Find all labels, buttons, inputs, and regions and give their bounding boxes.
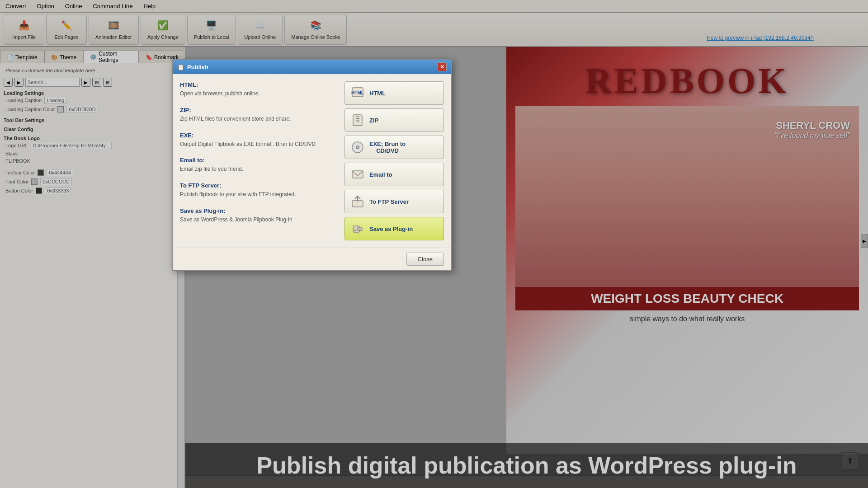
dialog-title-text: Publish: [187, 64, 208, 70]
dialog-overlay: 📋 Publish ✕ HTML: Open via browser, publ…: [0, 0, 868, 488]
plugin-desc-item: Save as Plug-in: Save as WordPress & Joo…: [180, 207, 337, 224]
ftp-desc-item: To FTP Server: Publish flipbook to your …: [180, 182, 337, 198]
svg-rect-5: [356, 120, 359, 122]
zip-desc-title: ZIP:: [180, 107, 337, 113]
exe-publish-label: EXE; Brun toCD/DVD: [369, 141, 406, 154]
email-desc-title: Email to:: [180, 157, 337, 164]
zip-publish-icon: [350, 113, 365, 127]
email-publish-label: Email to: [369, 171, 392, 178]
dialog-descriptions: HTML: Open via browser, publish online. …: [180, 81, 337, 240]
email-publish-icon: [350, 167, 365, 182]
html-desc-item: HTML: Open via browser, publish online.: [180, 81, 337, 98]
html-publish-button[interactable]: HTML HTML: [344, 81, 444, 105]
html-publish-icon: HTML: [350, 86, 365, 100]
svg-rect-4: [356, 118, 359, 119]
plugin-publish-button[interactable]: Save as Plug-in: [344, 217, 444, 240]
dialog-title-icon: 📋: [177, 64, 184, 70]
dialog-title: 📋 Publish: [177, 64, 208, 70]
plugin-desc-text: Save as WordPress & Joomla Flipbook Plug…: [180, 216, 337, 224]
plugin-desc-title: Save as Plug-in:: [180, 207, 337, 214]
dialog-footer: Close: [173, 248, 451, 270]
exe-desc-item: EXE: Output Digital Flipbook as EXE form…: [180, 132, 337, 148]
email-desc-item: Email to: Email zip file to you friend.: [180, 157, 337, 173]
zip-publish-label: ZIP: [369, 117, 378, 124]
zip-desc-item: ZIP: Zip HTML files for convenient store…: [180, 107, 337, 123]
html-publish-label: HTML: [369, 90, 386, 97]
plugin-publish-label: Save as Plug-in: [369, 225, 413, 232]
ftp-publish-label: To FTP Server: [369, 198, 409, 205]
html-desc-text: Open via browser, publish online.: [180, 90, 337, 98]
ftp-desc-title: To FTP Server:: [180, 182, 337, 189]
zip-desc-text: Zip HTML files for convenient store and …: [180, 115, 337, 123]
svg-point-8: [357, 146, 359, 148]
dialog-titlebar: 📋 Publish ✕: [173, 60, 451, 74]
email-desc-text: Email zip file to you friend.: [180, 165, 337, 173]
plugin-publish-icon: [350, 221, 365, 236]
svg-text:HTML: HTML: [351, 90, 364, 95]
svg-point-13: [354, 230, 356, 231]
publish-dialog: 📋 Publish ✕ HTML: Open via browser, publ…: [172, 59, 452, 271]
svg-rect-12: [358, 228, 362, 230]
exe-publish-icon: [350, 140, 365, 155]
email-publish-button[interactable]: Email to: [344, 163, 444, 186]
exe-desc-title: EXE:: [180, 132, 337, 139]
html-desc-title: HTML:: [180, 81, 337, 88]
dialog-close-x-button[interactable]: ✕: [438, 62, 447, 71]
exe-publish-button[interactable]: EXE; Brun toCD/DVD: [344, 136, 444, 159]
dialog-close-button[interactable]: Close: [406, 253, 444, 266]
svg-rect-3: [356, 116, 359, 117]
svg-rect-10: [352, 201, 363, 207]
dialog-body: HTML: Open via browser, publish online. …: [173, 74, 451, 248]
ftp-desc-text: Publish flipbook to your site with FTP i…: [180, 191, 337, 198]
exe-desc-text: Output Digital Flipbook as EXE format . …: [180, 141, 337, 148]
ftp-publish-icon: [350, 194, 365, 209]
ftp-publish-button[interactable]: To FTP Server: [344, 190, 444, 213]
dialog-action-buttons: HTML HTML ZIP: [344, 81, 444, 240]
zip-publish-button[interactable]: ZIP: [344, 108, 444, 132]
